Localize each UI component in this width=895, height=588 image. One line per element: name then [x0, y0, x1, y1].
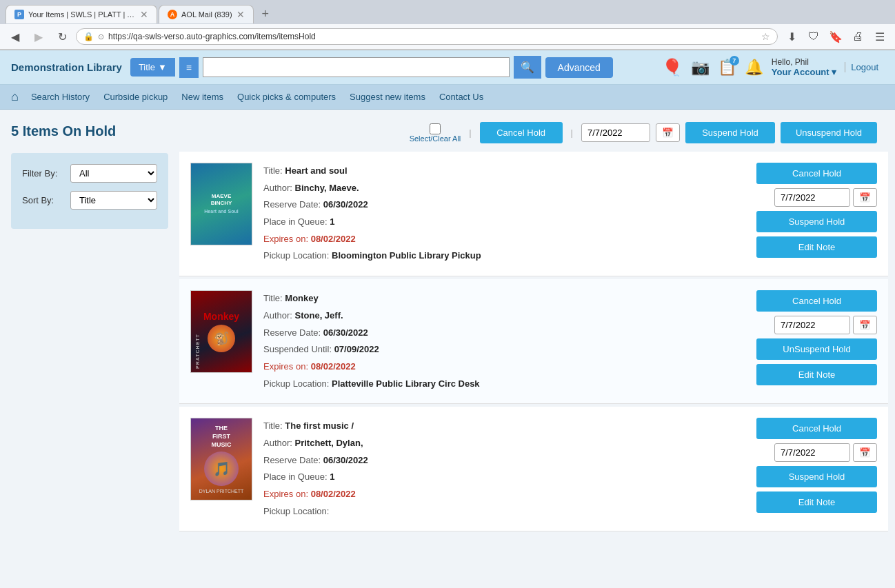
- logout-button[interactable]: Logout: [845, 62, 884, 72]
- new-tab-button[interactable]: +: [255, 4, 276, 24]
- tab-aol[interactable]: A AOL Mail (839) ✕: [159, 5, 254, 23]
- cancel-hold-button-3[interactable]: Cancel Hold: [756, 418, 877, 439]
- browser-chrome: P Your Items | SWLS | PLATT | Aut... ✕ A…: [0, 0, 895, 50]
- hold-suspended-row-2: Suspended Until: 07/09/2022: [263, 341, 745, 358]
- hold-pickup-row-3: Pickup Location:: [263, 503, 745, 520]
- camera-icon[interactable]: 📷: [691, 59, 710, 77]
- calendar-button-3[interactable]: 📅: [853, 443, 877, 462]
- date-input-1[interactable]: [774, 188, 850, 207]
- user-account-button[interactable]: Your Account ▾: [772, 67, 836, 77]
- search-extra-button[interactable]: ≡: [179, 57, 199, 78]
- hold-queue-row-3: Place in Queue: 1: [263, 469, 745, 486]
- edit-note-button-1[interactable]: Edit Note: [756, 236, 877, 258]
- home-icon[interactable]: ⌂: [11, 90, 19, 104]
- nav-search-history[interactable]: Search History: [26, 89, 95, 105]
- search-input[interactable]: [203, 57, 510, 77]
- tab-active[interactable]: P Your Items | SWLS | PLATT | Aut... ✕: [6, 5, 157, 23]
- close-tab-1[interactable]: ✕: [140, 10, 148, 19]
- user-info: Hello, Phil Your Account ▾: [772, 57, 836, 77]
- hold-title-row-1: Title: Heart and soul: [263, 163, 745, 180]
- advanced-button[interactable]: Advanced: [545, 57, 613, 78]
- shield-icon[interactable]: 🛡: [804, 27, 823, 46]
- hold-suspended-2: 07/09/2022: [334, 344, 379, 354]
- suspend-hold-button-1[interactable]: Suspend Hold: [756, 211, 877, 232]
- hold-expires-2: 08/02/2022: [311, 361, 356, 372]
- hold-expires-1: 08/02/2022: [311, 234, 356, 244]
- print-icon[interactable]: 🖨: [848, 27, 867, 46]
- edit-note-button-2[interactable]: Edit Note: [756, 364, 877, 385]
- tab-favicon-2: A: [168, 10, 177, 19]
- hold-title-3: The first music /: [285, 420, 354, 431]
- hold-pickup-row-2: Pickup Location: Platteville Public Libr…: [263, 376, 745, 393]
- filter-by-select[interactable]: All Active Suspended Expired: [70, 164, 157, 183]
- search-button[interactable]: 🔍: [514, 56, 541, 79]
- edit-note-button-3[interactable]: Edit Note: [756, 491, 877, 513]
- hold-item-1: MAEVEBINCHY Heart and Soul Title: Heart …: [179, 152, 888, 276]
- hold-title-2: Monkey: [285, 293, 318, 303]
- nav-contact[interactable]: Contact Us: [434, 89, 489, 105]
- refresh-button[interactable]: ↻: [52, 27, 72, 46]
- info-icon: ⊙: [98, 32, 104, 41]
- select-clear-label[interactable]: Select/Clear All: [410, 134, 461, 143]
- nav-menu: ⌂ Search History Curbside pickup New ite…: [0, 85, 895, 110]
- hold-reserve-row-1: Reserve Date: 06/30/2022: [263, 196, 745, 214]
- bulk-divider-2: |: [571, 128, 573, 138]
- hold-reserve-row-2: Reserve Date: 06/30/2022: [263, 325, 745, 342]
- user-greeting: Hello, Phil: [772, 57, 836, 67]
- hold-queue-row-1: Place in Queue: 1: [263, 214, 745, 231]
- sort-by-select[interactable]: Title Author Reserve Date Expires On: [70, 191, 157, 210]
- bulk-cancel-hold-button[interactable]: Cancel Hold: [480, 122, 563, 143]
- nav-curbside[interactable]: Curbside pickup: [98, 89, 173, 105]
- hold-reserve-3: 06/30/2022: [323, 455, 368, 465]
- search-type-label: Title: [139, 62, 155, 72]
- hold-pickup-1: Bloomington Public Library Pickup: [332, 250, 481, 261]
- hold-author-row-3: Author: Pritchett, Dylan,: [263, 435, 745, 452]
- hold-pickup-2: Platteville Public Library Circ Desk: [332, 378, 480, 389]
- unsuspend-hold-button-2[interactable]: UnSuspend Hold: [756, 338, 877, 360]
- date-row-3: 📅: [774, 443, 877, 462]
- date-input-3[interactable]: [774, 443, 850, 462]
- bell-icon[interactable]: 🔔: [745, 59, 763, 77]
- nav-new-items[interactable]: New items: [176, 89, 229, 105]
- cancel-hold-button-1[interactable]: Cancel Hold: [756, 163, 877, 184]
- hold-author-row-1: Author: Binchy, Maeve.: [263, 180, 745, 197]
- menu-icon[interactable]: ☰: [870, 27, 889, 46]
- hold-item-3: THEFIRSTMUSIC 🎵 DYLAN PRITCHETT Title: T…: [179, 407, 888, 531]
- date-row-1: 📅: [774, 188, 877, 207]
- bulk-calendar-button[interactable]: 📅: [656, 123, 680, 142]
- items-on-hold-title: 5 Items On Hold: [11, 123, 168, 139]
- calendar-button-2[interactable]: 📅: [853, 316, 877, 334]
- bulk-action-bar: Select/Clear All | Cancel Hold | 📅 Suspe…: [179, 116, 888, 149]
- hold-expires-3: 08/02/2022: [311, 489, 356, 499]
- calendar-button-1[interactable]: 📅: [853, 188, 877, 207]
- hold-reserve-1: 06/30/2022: [323, 199, 368, 210]
- sort-by-row: Sort By: Title Author Reserve Date Expir…: [22, 191, 157, 210]
- search-type-button[interactable]: Title ▼: [130, 58, 175, 77]
- hold-author-1: Binchy, Maeve.: [295, 183, 359, 193]
- nav-suggest[interactable]: Suggest new items: [344, 89, 431, 105]
- url-bar[interactable]: 🔒 ⊙ https://qa-swls-verso.auto-graphics.…: [76, 28, 778, 45]
- main-content: 5 Items On Hold Filter By: All Active Su…: [0, 110, 895, 546]
- suspend-hold-button-3[interactable]: Suspend Hold: [756, 466, 877, 487]
- close-tab-2[interactable]: ✕: [237, 10, 245, 19]
- forward-button[interactable]: ▶: [29, 27, 48, 46]
- app-header: Demonstration Library Title ▼ ≡ 🔍 Advanc…: [0, 50, 895, 85]
- bulk-date-input[interactable]: [581, 123, 650, 142]
- balloon-icon[interactable]: 🎈: [662, 58, 683, 77]
- hold-author-3: Pritchett, Dylan,: [295, 438, 363, 448]
- bookmark-icon[interactable]: 🔖: [826, 27, 845, 46]
- hold-author-2: Stone, Jeff.: [295, 310, 343, 321]
- nav-quick-picks[interactable]: Quick picks & computers: [232, 89, 341, 105]
- back-button[interactable]: ◀: [6, 27, 25, 46]
- download-icon[interactable]: ⬇: [782, 27, 801, 46]
- date-input-2[interactable]: [774, 316, 850, 334]
- notifications-button[interactable]: 📋 7: [718, 59, 736, 77]
- hold-actions-1: Cancel Hold 📅 Suspend Hold Edit Note: [756, 163, 877, 258]
- cancel-hold-button-2[interactable]: Cancel Hold: [756, 290, 877, 312]
- hold-expires-row-3: Expires on: 08/02/2022: [263, 486, 745, 503]
- select-all-checkbox[interactable]: [430, 123, 441, 134]
- hold-title-1: Heart and soul: [285, 165, 347, 176]
- star-icon[interactable]: ☆: [761, 31, 770, 42]
- bulk-unsuspend-hold-button[interactable]: Unsuspend Hold: [781, 122, 877, 143]
- bulk-suspend-hold-button[interactable]: Suspend Hold: [685, 122, 775, 143]
